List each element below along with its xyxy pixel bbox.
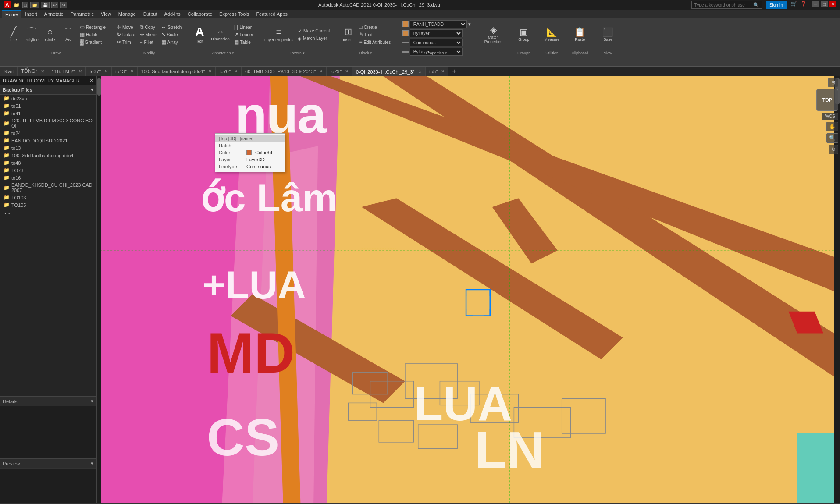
tab-116-close[interactable]: ✕ <box>78 69 82 74</box>
list-item[interactable]: 📁 BAN DO DCQHSDD 2021 <box>0 137 96 144</box>
list-item[interactable]: 📁 to24 <box>0 129 96 137</box>
list-item[interactable]: 📁 to41 <box>0 110 96 117</box>
save-btn[interactable]: 💾 <box>41 2 50 8</box>
maximize-btn[interactable]: □ <box>821 1 828 7</box>
tab-0qh-close[interactable]: ✕ <box>418 69 422 74</box>
list-item[interactable]: 📁 TO105 <box>0 201 96 209</box>
orbit-icon[interactable]: ↻ <box>829 145 838 154</box>
tab-100[interactable]: 100. Sdd tanthanhdong ddc4* ✕ <box>138 67 216 76</box>
stretch-btn[interactable]: ↔Stretch <box>160 24 184 31</box>
layer-selector[interactable]: RANH_TOADO <box>410 20 467 28</box>
dimension-btn[interactable]: ↔ Dimension <box>209 27 231 42</box>
edit-attributes-btn[interactable]: ≡Edit Attributes <box>358 39 393 46</box>
menu-featuredapps[interactable]: Featured Apps <box>253 11 291 18</box>
linear-btn[interactable]: | | Linear <box>232 24 255 31</box>
menu-annotate[interactable]: Annotate <box>41 11 67 18</box>
table-btn[interactable]: ▦Table <box>232 39 255 46</box>
list-item[interactable]: 📁 100. Sdd tanthanhdong ddc4 <box>0 152 96 159</box>
edit-btn[interactable]: ✎Edit <box>358 31 393 38</box>
insert-btn[interactable]: ⊞ Insert <box>339 26 357 43</box>
help-icon[interactable]: ❓ <box>801 1 807 9</box>
list-item[interactable]: 📁 to48 <box>0 159 96 167</box>
preview-expand-icon[interactable]: ▾ <box>91 461 93 466</box>
create-btn[interactable]: □Create <box>358 24 393 31</box>
open-btn[interactable]: 📁 <box>30 2 39 8</box>
menu-collaborate[interactable]: Collaborate <box>184 11 216 18</box>
tab-to29[interactable]: to29* ✕ <box>327 67 352 76</box>
menu-insert[interactable]: Insert <box>21 11 41 18</box>
circle-btn[interactable]: ○ Circle <box>41 26 59 43</box>
scrollbar-thumb[interactable] <box>97 78 101 96</box>
tab-to5-close[interactable]: ✕ <box>441 69 445 74</box>
list-item[interactable]: 📁 to13 <box>0 144 96 152</box>
canvas-area[interactable]: nua ớc Lâm +LUA MD LUA CS LN [Top][3D] [… <box>101 76 840 503</box>
menu-output[interactable]: Output <box>139 11 161 18</box>
hatch-btn[interactable]: ▦Hatch <box>78 31 107 38</box>
pan-icon[interactable]: ✋ <box>826 122 838 131</box>
tab-to13-close[interactable]: ✕ <box>130 69 134 74</box>
keyword-search-input[interactable] <box>694 3 751 7</box>
line-btn[interactable]: ╱ Line <box>4 26 22 43</box>
details-expand-icon[interactable]: ▾ <box>91 398 93 404</box>
menu-manage[interactable]: Manage <box>115 11 139 18</box>
wcs-btn[interactable]: WCS <box>822 113 838 120</box>
mirror-btn[interactable]: ⇔Mirror <box>138 31 159 38</box>
tab-0qh[interactable]: 0-QH2030- H.CuChi_29_3* ✕ <box>352 67 426 76</box>
tab-to13[interactable]: to13* ✕ <box>112 67 138 76</box>
layer-properties-btn[interactable]: ≡ Layer Properties <box>263 26 295 43</box>
zoom-icon[interactable]: 🔍 <box>826 133 838 143</box>
trim-btn[interactable]: ✂Trim <box>115 39 137 46</box>
tab-60[interactable]: 60. TMB SDD_PK10_30-9-2013* ✕ <box>242 67 327 76</box>
base-btn[interactable]: ⬛ Base <box>599 27 617 43</box>
menu-view[interactable]: View <box>97 11 115 18</box>
undo-btn[interactable]: ↩ <box>51 2 58 8</box>
measure-btn[interactable]: 📐 Measure <box>542 27 561 43</box>
tab-to37[interactable]: to37* ✕ <box>86 67 112 76</box>
menu-addins[interactable]: Add-ins <box>161 11 184 18</box>
tab-tong-close[interactable]: ✕ <box>41 69 44 74</box>
list-item[interactable]: 📁 dc23vn <box>0 95 96 102</box>
new-tab-btn[interactable]: + <box>448 67 459 75</box>
list-item[interactable]: 📁 BANDO_KHSDD_CU CHI_2023 CAD 2007 <box>0 181 96 194</box>
text-btn[interactable]: A Text <box>191 25 208 44</box>
tab-to5[interactable]: to5* ✕ <box>426 67 449 76</box>
tab-100-close[interactable]: ✕ <box>208 69 212 74</box>
match-layer-btn[interactable]: ◈Match Layer <box>296 35 332 42</box>
tab-60-close[interactable]: ✕ <box>319 69 323 74</box>
tab-start[interactable]: Start <box>0 67 18 76</box>
left-panel-scrollbar[interactable] <box>96 76 101 503</box>
view-maximize-icon[interactable]: ⊞ <box>828 78 838 87</box>
rect-btn[interactable]: ▭Rectangle <box>78 24 107 31</box>
linetype-selector[interactable]: Continuous <box>410 39 463 46</box>
list-item[interactable]: 📁 to51 <box>0 102 96 110</box>
array-btn[interactable]: ▦Array <box>160 39 184 46</box>
list-item[interactable]: 📁 120. TLH TMB DIEM SO 3 CONG BO QH <box>0 117 96 129</box>
tab-tong[interactable]: TỔNG* ✕ <box>18 67 48 76</box>
menu-home[interactable]: Home <box>2 10 21 18</box>
group-btn[interactable]: ▣ Group <box>515 27 533 43</box>
list-item[interactable]: 📁 TO103 <box>0 194 96 201</box>
tab-to37-close[interactable]: ✕ <box>104 69 108 74</box>
match-properties-btn[interactable]: ◈ Match Properties <box>481 25 506 45</box>
close-btn[interactable]: ✕ <box>829 1 836 7</box>
make-current-btn[interactable]: ✓Make Current <box>296 28 332 35</box>
rotate-btn[interactable]: ↻Rotate <box>115 31 137 38</box>
leader-btn[interactable]: ↗Leader <box>232 31 255 38</box>
paste-btn[interactable]: 📋 Paste <box>571 27 589 43</box>
view-cube[interactable]: TOP <box>816 89 838 111</box>
list-item[interactable]: 📁 to16 <box>0 174 96 181</box>
new-btn[interactable]: □ <box>22 2 28 8</box>
move-btn[interactable]: ✛Move <box>115 24 137 31</box>
shop-icon[interactable]: 🛒 <box>791 1 797 9</box>
color-selector[interactable]: ByLayer <box>410 29 463 37</box>
tab-to70-close[interactable]: ✕ <box>234 69 238 74</box>
tab-to29-close[interactable]: ✕ <box>345 69 349 74</box>
menu-parametric[interactable]: Parametric <box>67 11 97 18</box>
copy-btn[interactable]: ⧉Copy <box>138 24 159 31</box>
arc-btn[interactable]: ⌒ Arc <box>60 27 77 43</box>
scale-btn[interactable]: ⤡Scale <box>160 31 184 38</box>
gradient-btn[interactable]: ▓Gradient <box>78 39 107 46</box>
backup-files-expand-icon[interactable]: ▾ <box>91 87 93 92</box>
search-box[interactable]: 🔍 <box>691 1 762 9</box>
minimize-btn[interactable]: ─ <box>812 1 819 7</box>
